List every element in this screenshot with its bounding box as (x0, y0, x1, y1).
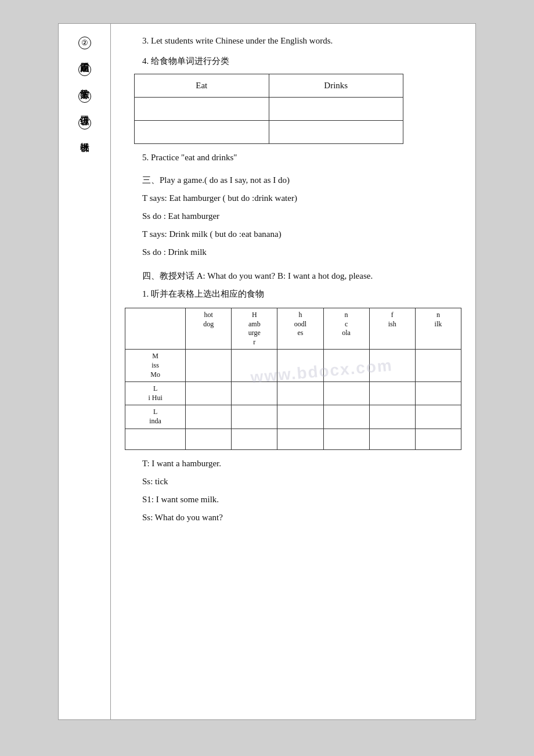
empty-milk (415, 429, 461, 449)
lihui-hamburger (232, 382, 277, 405)
drinks-row2 (269, 121, 403, 144)
food-col-fish: fish (369, 308, 415, 350)
bottom-line-1: T: I want a hamburger. (125, 456, 461, 471)
lihui-noodles (277, 382, 323, 405)
empty-cola (323, 429, 369, 449)
bottom-line-3: S1: I want some milk. (125, 492, 461, 507)
linda-hotdog (186, 405, 232, 429)
linda-noodles (277, 405, 323, 429)
bottom-line-4: Ss: What do you want? (125, 510, 461, 525)
sidebar-circle-3: ③ (78, 63, 91, 76)
linda-fish (369, 405, 415, 429)
game-title: 三、Play a game.( do as I say, not as I do… (125, 172, 461, 188)
lihui-fish (369, 382, 415, 405)
food-col-cola: ncola (323, 308, 369, 350)
dialogue-section: 四、教授对话 A: What do you want? B: I want a … (125, 268, 461, 525)
missmo-hamburger (232, 350, 277, 382)
empty-fish (369, 429, 415, 449)
eat-row2 (135, 121, 269, 144)
food-col-noodles: hoodles (277, 308, 323, 350)
drinks-row1 (269, 98, 403, 121)
step4-text: 4. 给食物单词进行分类 (125, 53, 461, 69)
sidebar: ② 重点问题 ③ 教学方法 ④ 练习设计 ⑤ 板书设计 (59, 24, 111, 719)
person-missmo: MissMo (125, 350, 186, 382)
sidebar-label-banshu: 板书设计 (74, 132, 95, 139)
food-col-milk: nilk (415, 308, 461, 350)
missmo-noodles (277, 350, 323, 382)
drinks-header: Drinks (269, 74, 403, 98)
sidebar-circle-5: ⑤ (78, 117, 91, 129)
eat-drinks-table: Eat Drinks (134, 74, 403, 144)
food-row-empty (125, 429, 461, 449)
eat-row1 (135, 98, 269, 121)
page-container: ② 重点问题 ③ 教学方法 ④ 练习设计 ⑤ 板书设计 www.bdocx.co… (58, 23, 476, 720)
empty-noodles (277, 429, 323, 449)
ss-do2: Ss do : Drink milk (125, 244, 461, 260)
food-header-row: hotdog Hamburger hoodles ncola fish nilk (125, 308, 461, 350)
sidebar-label-lianxisheji: 练习设计 (74, 105, 95, 112)
ss-do1: Ss do : Eat hamburger (125, 208, 461, 224)
lihui-cola (323, 382, 369, 405)
person-linda: Linda (125, 405, 186, 429)
food-row-missmo: MissMo (125, 350, 461, 382)
main-content: www.bdocx.com 3. Let students write Chin… (111, 24, 475, 719)
missmo-hotdog (186, 350, 232, 382)
sidebar-circle-2: ② (78, 37, 91, 49)
food-col-hamburger: Hamburger (232, 308, 277, 350)
lihui-milk (415, 382, 461, 405)
food-row-linda: Linda (125, 405, 461, 429)
t-says1: T says: Eat hamburger ( but do :drink wa… (125, 190, 461, 206)
person-lihui: Li Hui (125, 382, 186, 405)
food-col-hotdog: hotdog (186, 308, 232, 350)
linda-cola (323, 405, 369, 429)
game-section: 三、Play a game.( do as I say, not as I do… (125, 172, 461, 260)
step3-text: 3. Let students write Chinese under the … (125, 33, 461, 49)
missmo-cola (323, 350, 369, 382)
lihui-hotdog (186, 382, 232, 405)
empty-hotdog (186, 429, 232, 449)
food-table: hotdog Hamburger hoodles ncola fish nilk… (125, 308, 461, 450)
linda-milk (415, 405, 461, 429)
sidebar-label-zhongdianwenti: 重点问题 (74, 52, 95, 59)
step5-text: 5. Practice "eat and drinks" (125, 150, 461, 165)
food-row-lihui: Li Hui (125, 382, 461, 405)
food-header-empty (125, 308, 186, 350)
empty-person (125, 429, 186, 449)
empty-hamburger (232, 429, 277, 449)
listen-step: 1. 听并在表格上选出相应的食物 (125, 286, 461, 302)
bottom-line-2: Ss: tick (125, 474, 461, 489)
sidebar-label-jiaoxuefangfa: 教学方法 (74, 78, 95, 85)
sidebar-circle-4: ④ (78, 90, 91, 103)
missmo-fish (369, 350, 415, 382)
linda-hamburger (232, 405, 277, 429)
t-says2: T says: Drink milk ( but do :eat banana) (125, 226, 461, 242)
dialogue-title: 四、教授对话 A: What do you want? B: I want a … (125, 268, 461, 284)
eat-header: Eat (135, 74, 269, 98)
missmo-milk (415, 350, 461, 382)
food-table-container: hotdog Hamburger hoodles ncola fish nilk… (125, 308, 461, 450)
